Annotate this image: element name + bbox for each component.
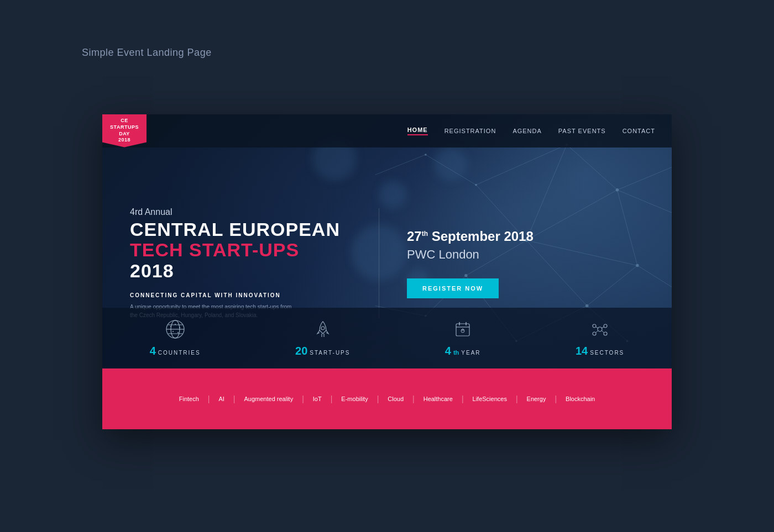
svg-point-43 <box>172 331 174 332</box>
globe-icon <box>164 318 186 340</box>
stat-startups: 20 START-UPS <box>295 318 350 357</box>
sector-emobility: E-mobility <box>332 396 376 402</box>
navbar: CE STARTUPS DAY 2018 HOME REGISTRATION A… <box>102 114 672 148</box>
event-tagline: CONNECTING CAPITAL WITH INNOVATION <box>130 292 351 298</box>
nav-past-events[interactable]: PAST EVENTS <box>558 128 606 134</box>
sector-fintech: Fintech <box>170 396 208 402</box>
sectors-bar: Fintech | AI | Augmented reality | IoT |… <box>102 368 672 429</box>
year-number: 4 <box>445 345 451 357</box>
sector-energy: Energy <box>518 396 555 402</box>
event-venue: PWC London <box>407 247 644 262</box>
svg-point-41 <box>175 324 176 325</box>
calendar-icon <box>452 318 474 340</box>
svg-point-54 <box>593 332 596 335</box>
nav-contact[interactable]: CONTACT <box>623 128 655 134</box>
sector-ar: Augmented reality <box>236 396 302 402</box>
event-title-accent: TECH START-UPS <box>130 240 351 260</box>
sectors-count-row: 14 SECTORS <box>576 345 624 357</box>
page-label: Simple Event Landing Page <box>82 47 212 59</box>
sector-blockchain: Blockchain <box>557 396 604 402</box>
hero-section: CE STARTUPS DAY 2018 HOME REGISTRATION A… <box>102 114 672 429</box>
nav-home[interactable]: HOME <box>407 127 428 135</box>
nav-links: HOME REGISTRATION AGENDA PAST EVENTS CON… <box>407 127 672 135</box>
stat-countries: 4 COUNTRIES <box>150 318 201 357</box>
startups-count-row: 20 START-UPS <box>295 345 350 357</box>
sector-iot: IoT <box>304 396 331 402</box>
year-suffix: th <box>453 349 459 356</box>
stat-year: 4 th YEAR <box>445 318 481 357</box>
sector-ai: AI <box>210 396 233 402</box>
logo-text: CE STARTUPS DAY 2018 <box>110 118 139 144</box>
nav-agenda[interactable]: AGENDA <box>512 128 541 134</box>
browser-frame: CE STARTUPS DAY 2018 HOME REGISTRATION A… <box>102 114 672 429</box>
register-button[interactable]: REGISTER NOW <box>407 278 499 298</box>
startups-number: 20 <box>295 345 307 357</box>
event-title-main: CENTRAL EUROPEAN <box>130 219 351 240</box>
sectors-number: 14 <box>576 345 588 357</box>
countries-label: COUNTRIES <box>158 350 201 356</box>
svg-point-53 <box>604 324 607 328</box>
svg-point-44 <box>177 332 179 333</box>
molecule-icon <box>589 318 611 340</box>
event-title-year: 2018 <box>130 261 351 281</box>
logo[interactable]: CE STARTUPS DAY 2018 <box>102 114 147 148</box>
countries-count-row: 4 COUNTRIES <box>150 345 201 357</box>
nav-registration[interactable]: REGISTRATION <box>444 128 496 134</box>
svg-point-52 <box>593 324 596 328</box>
event-date: 27th September 2018 <box>407 229 644 244</box>
year-label: YEAR <box>461 350 480 356</box>
stats-bar: 4 COUNTRIES 20 START-UPS <box>102 308 672 368</box>
startups-label: START-UPS <box>310 350 350 356</box>
svg-line-59 <box>602 330 604 333</box>
sector-healthcare: Healthcare <box>415 396 462 402</box>
rocket-icon <box>312 318 334 340</box>
stat-sectors: 14 SECTORS <box>576 318 624 357</box>
hero-right: 27th September 2018 PWC London REGISTER … <box>379 229 672 298</box>
sector-lifesciences: LifeSciences <box>464 396 516 402</box>
year-count-row: 4 th YEAR <box>445 345 481 357</box>
event-subtitle: 4rd Annual <box>130 207 351 217</box>
svg-point-51 <box>598 327 602 331</box>
svg-point-40 <box>170 326 171 327</box>
countries-number: 4 <box>150 345 156 357</box>
svg-line-56 <box>596 327 598 328</box>
svg-rect-46 <box>456 324 469 336</box>
svg-line-58 <box>596 330 598 333</box>
svg-point-55 <box>604 332 607 335</box>
svg-line-57 <box>602 327 604 328</box>
svg-point-42 <box>179 327 180 328</box>
sector-cloud: Cloud <box>379 396 412 402</box>
sectors-label: SECTORS <box>590 350 624 356</box>
svg-point-30 <box>425 154 427 156</box>
hero-left: 4rd Annual CENTRAL EUROPEAN TECH START-U… <box>102 207 379 319</box>
svg-point-45 <box>321 326 325 330</box>
